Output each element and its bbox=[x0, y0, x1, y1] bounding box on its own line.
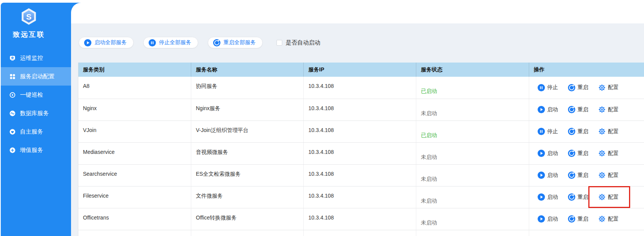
action-button[interactable]: 配置 bbox=[598, 215, 619, 223]
action-button[interactable]: 停止 bbox=[538, 128, 558, 135]
action-group: 启动 重启 配置 bbox=[534, 172, 644, 179]
status-text: 未启动 bbox=[421, 176, 437, 182]
svg-text:S: S bbox=[26, 12, 31, 21]
brand-logo-icon: S bbox=[20, 20, 38, 26]
cell-service-category: Officetrans bbox=[78, 208, 191, 230]
cell-actions: 停止 重启 配置 bbox=[529, 77, 644, 99]
action-button[interactable]: 重启 bbox=[568, 150, 588, 157]
action-group: 停止 重启 配置 bbox=[534, 128, 644, 135]
status-text: 未启动 bbox=[421, 219, 437, 226]
gear-icon bbox=[598, 150, 606, 157]
sidebar-item-1[interactable]: 服务启动配置 bbox=[1, 67, 71, 86]
sidebar-item-5[interactable]: 增值服务 bbox=[1, 141, 71, 159]
cell-service-ip: 10.3.4.108 bbox=[304, 142, 416, 164]
action-button[interactable]: 配置 bbox=[598, 128, 619, 135]
cell-service-category: VJoin bbox=[78, 120, 191, 142]
sidebar-item-0[interactable]: 运维监控 bbox=[1, 49, 71, 67]
toolbar-button[interactable]: 启动全部服务 bbox=[79, 37, 134, 48]
table-row: Nginx Nginx服务 10.3.4.108 未启动 启动 重启 配置 bbox=[78, 99, 644, 120]
table-row: VJoin V-Join泛组织管理平台 10.3.4.108 已启动 停止 重启… bbox=[78, 120, 644, 142]
cell-empty bbox=[304, 230, 416, 236]
sidebar-item-2[interactable]: 一键巡检 bbox=[1, 86, 71, 104]
action-button[interactable]: 启动 bbox=[538, 193, 558, 201]
action-label: 配置 bbox=[608, 216, 619, 223]
action-button[interactable]: 重启 bbox=[568, 84, 588, 91]
action-label: 停止 bbox=[547, 84, 558, 91]
cell-actions: 启动 重启 配置 bbox=[529, 186, 644, 208]
status-text: 已启动 bbox=[421, 88, 437, 94]
target-icon bbox=[9, 92, 16, 98]
action-button[interactable]: 重启 bbox=[568, 172, 588, 179]
column-header: 服务IP bbox=[304, 63, 416, 77]
table-row: A8 协同服务 10.3.4.108 已启动 停止 重启 配置 bbox=[78, 77, 644, 99]
toolbar-button[interactable]: 重启全部服务 bbox=[208, 37, 263, 48]
sidebar-item-label: 数据库服务 bbox=[20, 110, 49, 117]
action-button[interactable]: 配置 bbox=[598, 172, 619, 179]
action-group: 停止 重启 配置 bbox=[534, 84, 644, 91]
action-label: 停止 bbox=[547, 128, 558, 135]
cell-empty bbox=[529, 230, 644, 236]
gear-icon bbox=[598, 106, 606, 113]
action-label: 配置 bbox=[608, 172, 619, 179]
table-row: Fileservice 文件微服务 10.3.4.108 未启动 启动 重启 配… bbox=[78, 186, 644, 208]
cell-service-name: 文件微服务 bbox=[191, 186, 304, 208]
action-label: 重启 bbox=[578, 194, 588, 201]
cell-service-status: 未启动 bbox=[416, 99, 529, 120]
cell-service-category: A8 bbox=[78, 77, 191, 99]
sidebar-item-3[interactable]: 数据库服务 bbox=[1, 104, 71, 122]
cell-service-ip: 10.3.4.108 bbox=[304, 186, 416, 208]
gear-icon bbox=[598, 172, 606, 179]
auto-start-checkbox[interactable] bbox=[276, 40, 282, 46]
play-icon bbox=[538, 215, 545, 223]
action-button[interactable]: 重启 bbox=[568, 128, 588, 135]
column-header: 操作 bbox=[529, 63, 644, 77]
gear-icon bbox=[598, 193, 606, 201]
action-button[interactable]: 配置 bbox=[598, 150, 619, 157]
sidebar-item-4[interactable]: 自主服务 bbox=[1, 122, 71, 141]
action-button[interactable]: 配置 bbox=[598, 193, 619, 201]
action-button[interactable]: 启动 bbox=[538, 150, 558, 157]
pause-icon bbox=[538, 84, 545, 91]
toolbar-buttons: 启动全部服务 停止全部服务 重启全部服务 bbox=[79, 37, 263, 48]
restart-icon bbox=[568, 84, 575, 91]
toolbar-button-label: 重启全部服务 bbox=[223, 39, 256, 46]
cell-service-name: Office转换微服务 bbox=[191, 208, 304, 230]
cell-empty bbox=[191, 230, 304, 236]
table-row: Officetrans Office转换微服务 10.3.4.108 未启动 启… bbox=[78, 208, 644, 230]
action-group: 启动 重启 配置 bbox=[534, 106, 644, 113]
cell-actions: 停止 重启 配置 bbox=[529, 120, 644, 142]
action-button[interactable]: 停止 bbox=[538, 84, 558, 91]
auto-start-checkbox-group[interactable]: 是否自动启动 bbox=[276, 39, 320, 46]
restart-icon bbox=[568, 193, 575, 201]
action-label: 重启 bbox=[578, 84, 588, 91]
cell-service-category: Nginx bbox=[78, 99, 191, 120]
cell-service-status: 未启动 bbox=[416, 142, 529, 164]
cell-service-status: 已启动 bbox=[416, 77, 529, 99]
pause-icon bbox=[538, 128, 545, 135]
action-label: 启动 bbox=[547, 150, 558, 157]
action-button[interactable]: 启动 bbox=[538, 215, 558, 223]
restart-icon bbox=[568, 150, 575, 157]
restart-icon bbox=[568, 172, 575, 179]
action-button[interactable]: 配置 bbox=[598, 84, 619, 91]
sidebar-item-label: 自主服务 bbox=[20, 128, 43, 135]
play-icon bbox=[538, 193, 545, 201]
action-button[interactable]: 重启 bbox=[568, 215, 588, 223]
cell-empty bbox=[78, 230, 191, 236]
cell-service-status: 已启动 bbox=[416, 120, 529, 142]
cell-actions: 启动 重启 配置 bbox=[529, 142, 644, 164]
action-button[interactable]: 配置 bbox=[598, 106, 619, 113]
action-button[interactable]: 启动 bbox=[538, 106, 558, 113]
action-button[interactable]: 重启 bbox=[568, 193, 588, 201]
play-icon bbox=[84, 39, 91, 46]
brand: S 致远互联 bbox=[1, 3, 57, 39]
cell-service-name: Nginx服务 bbox=[191, 99, 304, 120]
column-header: 服务类别 bbox=[78, 63, 191, 77]
cell-service-ip: 10.3.4.108 bbox=[304, 77, 416, 99]
action-button[interactable]: 启动 bbox=[538, 172, 558, 179]
toolbar-button[interactable]: 停止全部服务 bbox=[143, 37, 198, 48]
content-panel: 启动全部服务 停止全部服务 重启全部服务 是否自动启动 服务类别服务名称服务IP… bbox=[71, 3, 644, 236]
action-button[interactable]: 重启 bbox=[568, 106, 588, 113]
grid-icon bbox=[9, 73, 16, 80]
cell-service-ip: 10.3.4.108 bbox=[304, 208, 416, 230]
